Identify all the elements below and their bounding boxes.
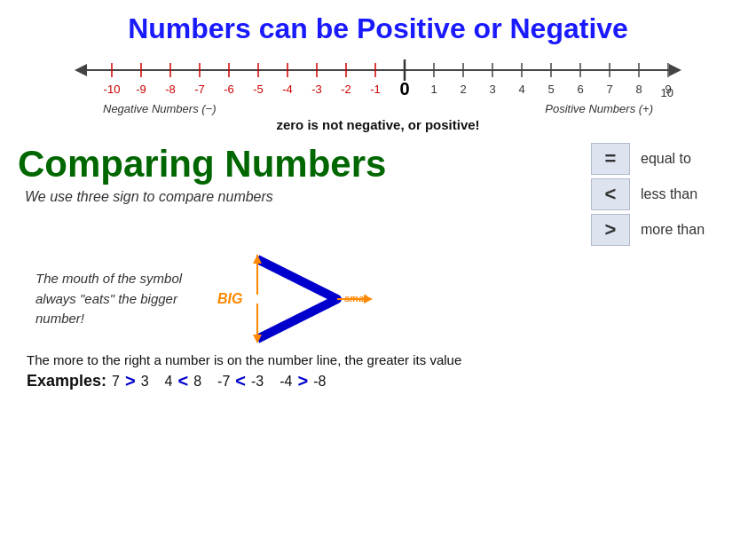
page: Numbers can be Positive or Negative: [0, 0, 756, 552]
examples-row: Examples: 7 > 3 4 < 8 -7 < -3 -4 > -8: [27, 371, 738, 391]
example-2-sym: <: [177, 371, 188, 391]
svg-marker-51: [364, 295, 373, 304]
mouth-diagram: BIG smal: [213, 255, 390, 343]
comparing-subtitle: We use three sign to compare numbers: [25, 189, 582, 205]
more-symbol-box: >: [591, 214, 630, 246]
mouth-section: The mouth of the symbol always "eats" th…: [35, 255, 738, 343]
comparing-section: Comparing Numbers We use three sign to c…: [18, 143, 738, 246]
comparing-title: Comparing Numbers: [18, 143, 582, 185]
num-10: 10: [661, 86, 673, 99]
less-desc: less than: [641, 186, 712, 202]
examples-label: Examples:: [27, 372, 106, 390]
equal-symbol-box: =: [591, 143, 630, 175]
svg-marker-2: [669, 64, 681, 76]
example-2-right: 8: [193, 374, 201, 390]
example-4-left: -4: [280, 374, 292, 390]
example-3-left: -7: [217, 374, 230, 390]
symbol-row-less: < less than: [591, 178, 712, 210]
svg-marker-1: [75, 64, 87, 76]
example-4-sym: >: [297, 371, 308, 391]
svg-text:BIG: BIG: [217, 291, 242, 306]
example-3-sym: <: [235, 371, 246, 391]
example-2-left: 4: [165, 374, 173, 390]
equal-desc: equal to: [641, 151, 712, 167]
mouth-text: The mouth of the symbol always "eats" th…: [35, 269, 195, 329]
more-desc: more than: [641, 222, 712, 238]
mouth-svg: BIG smal: [213, 255, 390, 343]
example-4-right: -8: [313, 374, 326, 390]
symbol-row-more: > more than: [591, 214, 712, 246]
bottom-main-text: The more to the right a number is on the…: [27, 352, 738, 367]
positive-numbers-label: Positive Numbers (+): [545, 102, 653, 115]
number-line-section: -10 -9 -8 -7 -6 -5 -4 -3 -2 -1 0 1 2 3 4…: [18, 52, 738, 139]
negative-numbers-label: Negative Numbers (−): [103, 102, 217, 115]
symbol-row-equal: = equal to: [591, 143, 712, 175]
comparing-left: Comparing Numbers We use three sign to c…: [18, 143, 582, 205]
number-line-category-labels: Negative Numbers (−) Positive Numbers (+…: [103, 102, 653, 115]
example-1-left: 7: [112, 374, 120, 390]
comparing-symbols: = equal to < less than > more than: [591, 143, 712, 246]
page-title: Numbers can be Positive or Negative: [18, 12, 738, 45]
example-1-sym: >: [125, 371, 136, 391]
less-symbol-box: <: [591, 178, 630, 210]
example-3-right: -3: [251, 374, 264, 390]
zero-note: zero is not negative, or positive!: [276, 117, 479, 132]
bottom-section: The more to the right a number is on the…: [27, 352, 738, 391]
example-1-right: 3: [141, 374, 149, 390]
